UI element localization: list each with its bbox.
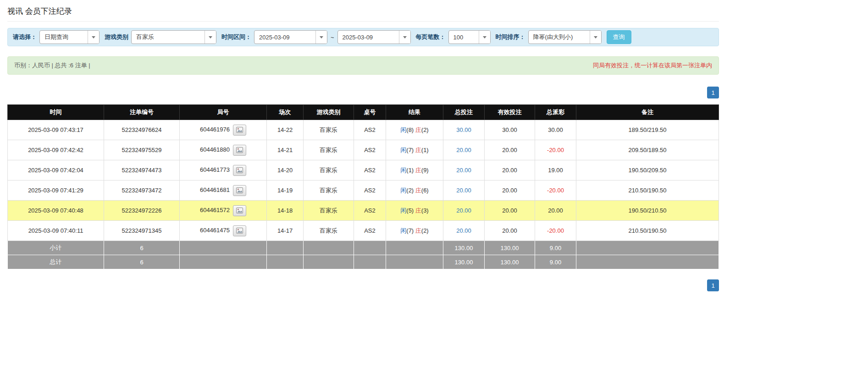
cell-total-bet-link[interactable]: 30.00	[443, 120, 485, 140]
round-id: 604461681	[200, 186, 230, 193]
result-image-icon[interactable]	[233, 165, 246, 176]
cell-payout: -20.00	[535, 180, 576, 201]
sort-order-value: 降幂(由大到小)	[529, 33, 590, 41]
cell-time: 2025-03-09 07:41:29	[8, 180, 104, 201]
game-type-value: 百家乐	[132, 33, 205, 41]
query-type-value: 日期查询	[40, 33, 88, 41]
cell-valid-bet: 20.00	[485, 180, 535, 201]
cell-round-id: 604461773	[180, 160, 267, 180]
cell-time: 2025-03-09 07:43:17	[8, 120, 104, 140]
result-player: 闲	[400, 227, 406, 234]
result-player-score: (8)	[406, 126, 414, 133]
round-id: 604461475	[200, 227, 230, 234]
cell-table-no: AS2	[354, 221, 386, 241]
grand-total-row: 总计 6 130.00 130.00 9.00	[8, 255, 719, 269]
col-time: 时间	[8, 105, 104, 120]
cell-round-id: 604461880	[180, 140, 267, 160]
cell-game-type: 百家乐	[304, 221, 354, 241]
caret-down-icon	[479, 31, 490, 44]
date-from-value: 2025-03-09	[254, 34, 315, 41]
result-image-icon[interactable]	[233, 225, 246, 236]
empty-cell	[304, 241, 354, 255]
cell-session: 14-19	[267, 180, 304, 201]
cell-table-no: AS2	[354, 201, 386, 221]
cell-session: 14-18	[267, 201, 304, 221]
result-image-icon[interactable]	[233, 185, 246, 196]
result-image-icon[interactable]	[233, 145, 246, 156]
result-banker-score: (2)	[421, 126, 429, 133]
table-row: 2025-03-09 07:41:29 522324973472 6044616…	[8, 180, 719, 201]
per-page-label: 每页笔数：	[416, 33, 446, 41]
cell-bet-id: 522324975529	[104, 140, 180, 160]
result-banker: 庄	[415, 227, 421, 234]
date-to-select[interactable]: 2025-03-09	[337, 30, 411, 44]
content-area: 视讯 会员下注纪录 请选择： 日期查询 游戏类别 百家乐 时间区间： 2025-…	[7, 0, 719, 291]
result-image-icon[interactable]	[233, 125, 246, 136]
result-image-icon[interactable]	[233, 205, 246, 216]
subtotal-total-bet: 130.00	[443, 241, 485, 255]
result-banker: 庄	[415, 167, 421, 174]
notice-text: 同局有效投注，统一计算在该局第一张注单内	[593, 61, 712, 70]
sort-order-select[interactable]: 降幂(由大到小)	[528, 30, 602, 44]
game-type-label: 游戏类别	[105, 33, 128, 41]
pagination-bottom: 1	[7, 279, 719, 291]
game-type-select[interactable]: 百家乐	[131, 30, 216, 44]
query-type-select[interactable]: 日期查询	[39, 30, 100, 44]
total-payout: 9.00	[535, 255, 576, 269]
empty-cell	[576, 255, 719, 269]
cell-result: 闲(2) 庄(6)	[386, 180, 443, 201]
cell-note: 210.50/190.50	[576, 221, 719, 241]
result-player-score: (5)	[406, 207, 414, 214]
empty-cell	[304, 255, 354, 269]
cell-valid-bet: 20.00	[485, 201, 535, 221]
page-1-button[interactable]: 1	[707, 279, 719, 291]
page-1-button[interactable]: 1	[707, 87, 719, 98]
per-page-select[interactable]: 100	[448, 30, 491, 44]
result-banker: 庄	[415, 126, 421, 133]
total-valid-bet: 130.00	[485, 255, 535, 269]
caret-down-icon	[205, 31, 216, 44]
cell-total-bet-link[interactable]: 20.00	[443, 201, 485, 221]
cell-bet-id: 522324971345	[104, 221, 180, 241]
summary-bar: 币别：人民币 | 总共 :6 注单 | 同局有效投注，统一计算在该局第一张注单内	[7, 56, 719, 75]
col-payout: 总派彩	[535, 105, 576, 120]
range-separator: ~	[331, 34, 334, 41]
cell-table-no: AS2	[354, 180, 386, 201]
cell-session: 14-17	[267, 221, 304, 241]
cell-table-no: AS2	[354, 140, 386, 160]
cell-game-type: 百家乐	[304, 140, 354, 160]
query-type-label: 请选择：	[13, 33, 37, 41]
result-player: 闲	[400, 187, 406, 194]
cell-note: 210.50/190.50	[576, 180, 719, 201]
table-row: 2025-03-09 07:40:11 522324971345 6044614…	[8, 221, 719, 241]
caret-down-icon	[590, 31, 601, 44]
cell-total-bet-link[interactable]: 20.00	[443, 160, 485, 180]
time-range-label: 时间区间：	[221, 33, 251, 41]
cell-note: 190.50/210.50	[576, 201, 719, 221]
sort-order-label: 时间排序：	[496, 33, 525, 41]
cell-valid-bet: 20.00	[485, 140, 535, 160]
empty-cell	[354, 255, 386, 269]
subtotal-label: 小计	[8, 241, 104, 255]
cell-session: 14-22	[267, 120, 304, 140]
table-row: 2025-03-09 07:43:17 522324976624 6044619…	[8, 120, 719, 140]
result-banker: 庄	[415, 187, 421, 194]
subtotal-payout: 9.00	[535, 241, 576, 255]
cell-round-id: 604461572	[180, 201, 267, 221]
cell-total-bet-link[interactable]: 20.00	[443, 221, 485, 241]
total-label: 总计	[8, 255, 104, 269]
cell-session: 14-21	[267, 140, 304, 160]
result-player-score: (2)	[406, 187, 414, 194]
cell-time: 2025-03-09 07:42:42	[8, 140, 104, 160]
empty-cell	[354, 241, 386, 255]
search-button[interactable]: 查询	[607, 30, 631, 44]
round-id: 604461880	[200, 146, 230, 153]
cell-total-bet-link[interactable]: 20.00	[443, 140, 485, 160]
cell-valid-bet: 20.00	[485, 160, 535, 180]
cell-bet-id: 522324972226	[104, 201, 180, 221]
table-row: 2025-03-09 07:40:48 522324972226 6044615…	[8, 201, 719, 221]
cell-game-type: 百家乐	[304, 201, 354, 221]
result-banker-score: (2)	[421, 227, 429, 234]
cell-total-bet-link[interactable]: 20.00	[443, 180, 485, 201]
date-from-select[interactable]: 2025-03-09	[254, 30, 327, 44]
